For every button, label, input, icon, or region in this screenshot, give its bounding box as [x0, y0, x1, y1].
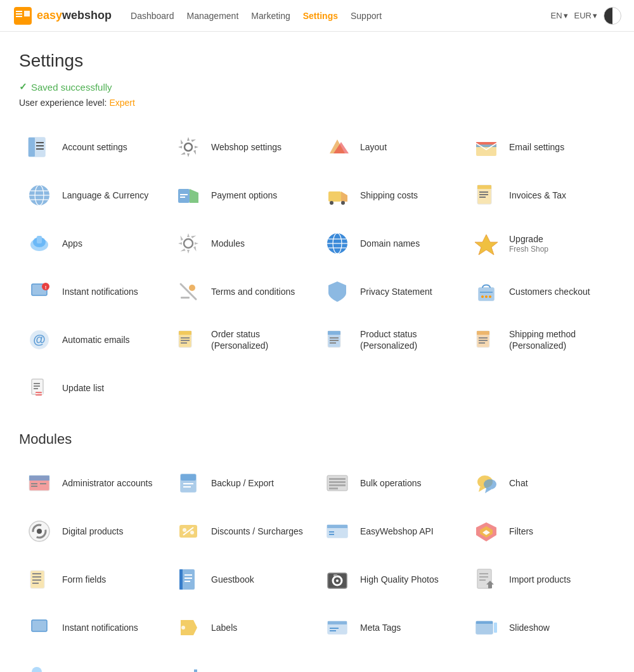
discounts-icon	[173, 516, 204, 546]
settings-order-status[interactable]: Order status (Personalized)	[168, 316, 317, 364]
svg-rect-125	[333, 574, 337, 576]
module-form-fields[interactable]: Form fields	[19, 555, 168, 604]
form-fields-icon	[24, 564, 55, 595]
svg-rect-24	[180, 197, 185, 198]
privacy-icon	[322, 276, 353, 307]
module-high-quality-photos[interactable]: High Quality Photos	[317, 555, 466, 604]
settings-layout[interactable]: Layout	[317, 123, 466, 171]
svg-rect-131	[32, 620, 47, 631]
settings-modules[interactable]: Modules	[168, 219, 317, 268]
module-visitor-analysis[interactable]: Visitor analysis	[168, 652, 317, 672]
svg-rect-21	[178, 189, 190, 203]
settings-payment-options[interactable]: Payment options	[168, 171, 317, 219]
import-products-icon	[471, 564, 501, 595]
module-guestbook[interactable]: Guestbook	[168, 555, 317, 604]
settings-customers-checkout[interactable]: Customers checkout	[466, 268, 615, 316]
currency-selector[interactable]: EUR ▾	[574, 11, 597, 20]
svg-rect-81	[29, 475, 49, 481]
module-meta-tags[interactable]: Meta Tags	[317, 604, 466, 652]
settings-email-settings[interactable]: Email settings	[466, 123, 615, 171]
order-status-icon	[173, 325, 204, 355]
svg-rect-113	[32, 573, 41, 574]
page-title: Settings	[19, 51, 615, 71]
svg-marker-26	[341, 191, 347, 202]
svg-text:!: !	[45, 285, 47, 290]
modules-section-title: Modules	[19, 431, 615, 448]
svg-rect-62	[181, 342, 187, 344]
settings-instant-notifications[interactable]: ! Instant notifications	[19, 268, 168, 316]
modules-icon	[173, 228, 204, 259]
language-selector[interactable]: EN ▾	[550, 11, 567, 20]
settings-privacy-statement[interactable]: Privacy Statement	[317, 268, 466, 316]
logo[interactable]: easywebshop	[13, 6, 112, 26]
svg-rect-82	[31, 483, 37, 484]
layout-icon	[322, 132, 353, 162]
invoices-tax-icon	[471, 180, 501, 210]
apps-icon	[24, 228, 55, 259]
module-two-factor-auth[interactable]: ★ Two factor authentication	[19, 652, 168, 672]
nav-marketing[interactable]: Marketing	[251, 11, 290, 21]
svg-rect-88	[183, 486, 191, 488]
svg-point-55	[489, 295, 491, 298]
svg-point-54	[485, 295, 488, 298]
nav-dashboard[interactable]: Dashboard	[131, 11, 174, 21]
nav-support[interactable]: Support	[351, 11, 382, 21]
svg-rect-70	[479, 337, 488, 339]
svg-rect-31	[479, 191, 488, 193]
svg-text:@: @	[33, 332, 46, 346]
module-instant-notifications[interactable]: Instant notifications	[19, 604, 168, 652]
svg-rect-136	[330, 628, 339, 629]
settings-apps[interactable]: Apps	[19, 219, 168, 268]
settings-terms-conditions[interactable]: Terms and conditions	[168, 268, 317, 316]
module-slideshow[interactable]: Slideshow	[466, 604, 615, 652]
settings-shipping-costs[interactable]: Shipping costs	[317, 171, 466, 219]
nav-right: EN ▾ EUR ▾	[550, 7, 621, 25]
module-bulk-operations[interactable]: Bulk operations	[317, 459, 466, 507]
nav-management[interactable]: Management	[187, 11, 239, 21]
ux-level-label: User experience level: Expert	[19, 98, 615, 108]
svg-rect-23	[180, 194, 188, 195]
module-chat[interactable]: Chat	[466, 459, 615, 507]
module-digital-products[interactable]: Digital products	[19, 507, 168, 555]
module-discounts-surcharges[interactable]: Discounts / Surcharges	[168, 507, 317, 555]
settings-automatic-emails[interactable]: @ Automatic emails	[19, 316, 168, 364]
svg-marker-43	[475, 235, 498, 255]
settings-update-list[interactable]: Update list	[19, 364, 168, 412]
ux-level-link[interactable]: Expert	[109, 98, 134, 108]
bulk-operations-icon	[322, 468, 353, 498]
svg-point-96	[484, 479, 496, 489]
svg-marker-22	[190, 189, 198, 203]
modules-grid: Administrator accounts Backup / Export B…	[19, 459, 615, 672]
meta-tags-icon	[322, 612, 353, 643]
svg-rect-14	[476, 142, 496, 145]
settings-invoices-tax[interactable]: Invoices & Tax	[466, 171, 615, 219]
module-administrator-accounts[interactable]: Administrator accounts	[19, 459, 168, 507]
settings-domain-names[interactable]: Domain names	[317, 219, 466, 268]
settings-upgrade[interactable]: Upgrade Fresh Shop	[466, 219, 615, 268]
svg-rect-7	[36, 142, 44, 143]
checkout-icon	[471, 276, 501, 307]
settings-language-currency[interactable]: Language & Currency	[19, 171, 168, 219]
settings-account-settings[interactable]: Account settings	[19, 123, 168, 171]
module-easywebshop-api[interactable]: EasyWebshop API	[317, 507, 466, 555]
settings-shipping-method[interactable]: Shipping method (Personalized)	[466, 316, 615, 364]
svg-rect-140	[476, 621, 493, 624]
svg-rect-52	[480, 292, 493, 293]
svg-rect-72	[479, 342, 485, 344]
module-backup-export[interactable]: Backup / Export	[168, 459, 317, 507]
svg-rect-69	[477, 331, 489, 335]
svg-rect-93	[329, 488, 338, 489]
module-filters[interactable]: Filters	[466, 507, 615, 555]
svg-rect-25	[328, 191, 341, 202]
settings-product-status[interactable]: Product status (Personalized)	[317, 316, 466, 364]
settings-webshop-settings[interactable]: Webshop settings	[168, 123, 317, 171]
svg-rect-83	[31, 486, 37, 487]
module-labels[interactable]: Labels	[168, 604, 317, 652]
nav-settings[interactable]: Settings	[303, 11, 338, 21]
svg-rect-50	[181, 297, 190, 299]
payment-options-icon	[173, 180, 204, 210]
module-import-products[interactable]: Import products	[466, 555, 615, 604]
svg-point-124	[336, 579, 339, 582]
svg-point-103	[190, 531, 194, 534]
contrast-toggle[interactable]	[604, 7, 621, 25]
